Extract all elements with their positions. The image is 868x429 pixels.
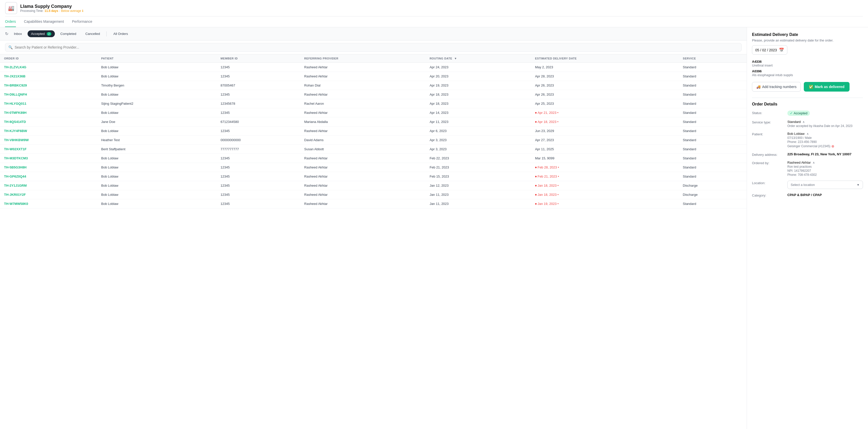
order-id-cell[interactable]: TH-M3DTKCM3 — [0, 154, 97, 163]
refresh-icon[interactable]: ↻ — [5, 31, 8, 36]
table-row[interactable]: TH-D9LLQNFH Bob Loblaw 12345 Rasheed Akh… — [0, 90, 747, 99]
service-type-expand-icon[interactable]: ∧ — [803, 120, 805, 124]
est-delivery-cell: Apr 11, 2025 — [531, 145, 679, 154]
routing-date-cell: Apr 18, 2023 — [426, 99, 531, 108]
order-id-cell[interactable]: TH-V8HKBW9W — [0, 136, 97, 145]
patient-cell: Bob Loblaw — [97, 172, 216, 181]
ordered-by-expand-icon[interactable]: ∧ — [813, 161, 815, 165]
member-id-cell: 12345 — [217, 154, 300, 163]
service-cell: Standard — [679, 99, 747, 108]
col-referring-provider: REFERRING PROVIDER — [300, 54, 426, 63]
referring-provider-cell: David Adams — [300, 136, 426, 145]
est-delivery-cell: Apr 26, 2023 — [531, 81, 679, 90]
table-row[interactable]: TH-2LZVLK4G Bob Loblaw 12345 Rasheed Akh… — [0, 63, 747, 72]
col-service: SERVICE — [679, 54, 747, 63]
truck-icon: 🚚 — [756, 85, 761, 89]
service-type-subvalue: Order accepted by Akasha Dale on Apr 24,… — [787, 124, 863, 128]
col-patient: PATIENT — [97, 54, 216, 63]
member-id-cell: 12345 — [217, 172, 300, 181]
patient-expand-icon[interactable]: ∧ — [807, 132, 809, 136]
est-delivery-cell: Mar 15, 9099 — [531, 154, 679, 163]
table-row[interactable]: TH-JX21X36B Bob Loblaw 12345 Rasheed Akh… — [0, 72, 747, 81]
table-row[interactable]: TH-M3DTKCM3 Bob Loblaw 12345 Rasheed Akh… — [0, 154, 747, 163]
filter-bar: ↻ Inbox Accepted 2 Completed Cancelled A… — [0, 27, 747, 40]
table-row[interactable]: TH-V8HKBW9W Heather Test 00000000000 Dav… — [0, 136, 747, 145]
order-id-cell[interactable]: TH-W02XXT1F — [0, 145, 97, 154]
order-id-cell[interactable]: TH-BRBKC929 — [0, 81, 97, 90]
warning-icon: ⊗ — [831, 144, 834, 148]
mark-delivered-button[interactable]: ✅ Mark as delivered — [804, 82, 849, 92]
patient-cell: Bob Loblaw — [97, 63, 216, 72]
order-id-cell[interactable]: TH-5B5G3H8H — [0, 163, 97, 172]
table-row[interactable]: TH-W02XXT1F Berit Staffpatient 777777777… — [0, 145, 747, 154]
member-id-cell: 6712344580 — [217, 117, 300, 126]
order-id-cell[interactable]: TH-JKR01Y2F — [0, 190, 97, 199]
patient-cell: Timothy Bergen — [97, 81, 216, 90]
detail-delivery-address: Delivery address: 225 Broadway, Fl 23, N… — [752, 152, 863, 156]
est-delivery-cell: Apr 18, 2023 • — [531, 117, 679, 126]
table-row[interactable]: TH-BRBKC929 Timothy Bergen 87005467 Roha… — [0, 81, 747, 90]
order-id-cell[interactable]: TH-W7MW58K0 — [0, 199, 97, 208]
table-row[interactable]: TH-W7MW58K0 Bob Loblaw 12345 Rasheed Akh… — [0, 199, 747, 208]
overdue-dot — [535, 194, 537, 196]
order-id-cell[interactable]: TH-JX21X36B — [0, 72, 97, 81]
order-id-cell[interactable]: TH-HLYGQ011 — [0, 99, 97, 108]
table-row[interactable]: TH-8QS414TD Jane Doe 6712344580 Mariana … — [0, 117, 747, 126]
date-input-wrap[interactable]: 05 / 02 / 2023 📅 — [752, 45, 787, 55]
filter-tab-cancelled[interactable]: Cancelled — [82, 30, 104, 37]
routing-date-cell: Jan 11, 2023 — [426, 199, 531, 208]
order-id-cell[interactable]: TH-KJY4F6BW — [0, 126, 97, 136]
table-row[interactable]: TH-0TMFK89H Bob Loblaw 12345 Rasheed Akh… — [0, 108, 747, 117]
service-cell: Standard — [679, 199, 747, 208]
filter-tab-completed[interactable]: Completed — [57, 30, 80, 37]
ordered-by-label: Ordered by: — [752, 161, 787, 165]
add-tracking-button[interactable]: 🚚 Add tracking numbers — [752, 82, 801, 92]
patient-cell: Bob Loblaw — [97, 163, 216, 172]
search-input[interactable] — [15, 45, 738, 49]
service-cell: Standard — [679, 90, 747, 99]
tab-capabilities[interactable]: Capabilities Management — [24, 17, 64, 27]
hcpc-item-0: A4336 Urethral insert — [752, 60, 863, 67]
est-delivery-cell: Apr 26, 2023 — [531, 90, 679, 99]
order-id-cell[interactable]: TH-8QS414TD — [0, 117, 97, 126]
service-cell: Standard — [679, 172, 747, 181]
table-row[interactable]: TH-HLYGQ011 Sijing StagingPatient2 12345… — [0, 99, 747, 108]
order-id-cell[interactable]: TH-GP6Z0Q44 — [0, 172, 97, 181]
member-id-cell: 12345 — [217, 90, 300, 99]
patient-value: Bob Loblaw ∧ 07/13/1900 / Male Phone: 22… — [787, 132, 863, 148]
tab-orders[interactable]: Orders — [5, 17, 16, 27]
table-row[interactable]: TH-2Y1J1GRM Bob Loblaw 12345 Rasheed Akh… — [0, 181, 747, 190]
routing-date-cell: Apr 3, 2023 — [426, 136, 531, 145]
delivery-date-title: Estimated Delivery Date — [752, 32, 863, 37]
location-select[interactable]: Select a location ▼ — [787, 181, 863, 189]
order-id-cell[interactable]: TH-2LZVLK4G — [0, 63, 97, 72]
table-row[interactable]: TH-JKR01Y2F Bob Loblaw 12345 Rasheed Akh… — [0, 190, 747, 199]
order-id-cell[interactable]: TH-0TMFK89H — [0, 108, 97, 117]
routing-date-cell: Apr 20, 2023 — [426, 72, 531, 81]
member-id-cell: 12345 — [217, 199, 300, 208]
order-id-cell[interactable]: TH-D9LLQNFH — [0, 90, 97, 99]
tab-performance[interactable]: Performance — [72, 17, 92, 27]
filter-tab-accepted[interactable]: Accepted 2 — [28, 30, 55, 37]
service-cell: Discharge — [679, 181, 747, 190]
member-id-cell: 12345 — [217, 72, 300, 81]
member-id-cell: 87005467 — [217, 81, 300, 90]
est-delivery-cell: Jan 19, 2023 • — [531, 199, 679, 208]
member-id-cell: 7777777777 — [217, 145, 300, 154]
table-row[interactable]: TH-GP6Z0Q44 Bob Loblaw 12345 Rasheed Akh… — [0, 172, 747, 181]
detail-location: Location: Select a location ▼ — [752, 181, 863, 189]
filter-divider — [106, 31, 107, 36]
table-row[interactable]: TH-KJY4F6BW Bob Loblaw 12345 Rasheed Akh… — [0, 126, 747, 136]
calendar-icon[interactable]: 📅 — [779, 48, 784, 52]
table-row[interactable]: TH-5B5G3H8H Bob Loblaw 12345 Rasheed Akh… — [0, 163, 747, 172]
ordered-by-practice: Ron test practices — [787, 165, 863, 169]
order-id-cell[interactable]: TH-2Y1J1GRM — [0, 181, 97, 190]
routing-date-cell: Apr 19, 2023 — [426, 81, 531, 90]
referring-provider-cell: Rasheed Akhtar — [300, 172, 426, 181]
filter-tab-inbox[interactable]: Inbox — [10, 30, 26, 37]
col-routing-date[interactable]: ROUTING DATE ▼ — [426, 54, 531, 63]
hcpc-item-1: A0396 Als esophageal intub suppls — [752, 69, 863, 77]
filter-tab-all-orders[interactable]: All Orders — [110, 30, 131, 37]
orders-table-container: ORDER ID PATIENT MEMBER ID REFERRING PRO… — [0, 54, 747, 429]
status-badge: ✓ Accepted — [787, 111, 810, 116]
